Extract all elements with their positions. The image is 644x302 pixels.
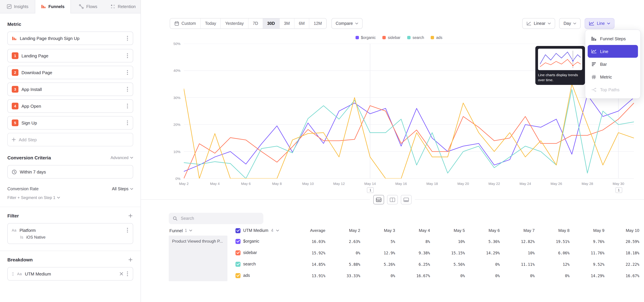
series-checkbox[interactable] [236, 250, 240, 255]
table-header-row: Funnel 1 UTM Medium 4 AverageMay 2May 3M… [169, 226, 641, 236]
column-header-may-7[interactable]: May 7 [500, 228, 535, 233]
menu-item-line[interactable]: Line [588, 45, 638, 58]
tab-funnels[interactable]: Funnels [35, 0, 71, 13]
menu-item-metric[interactable]: Metric [588, 70, 638, 83]
series-checkbox[interactable] [236, 273, 240, 278]
table-only-view[interactable] [401, 195, 412, 204]
legend-item-organic[interactable]: $organic [356, 36, 376, 40]
legend-item-ads[interactable]: ads [431, 36, 442, 40]
series-label: ads [243, 273, 250, 278]
chart-and-table-view[interactable] [373, 195, 384, 204]
chart-type-button[interactable]: Line [585, 18, 614, 29]
linear-scale-button[interactable]: Linear [522, 18, 555, 29]
kebab-menu-icon[interactable] [126, 36, 129, 41]
date-range-control: CustomTodayYesterday7D30D3M6M12M [170, 18, 326, 29]
kebab-menu-icon[interactable] [126, 228, 129, 233]
column-header-may-8[interactable]: May 8 [535, 228, 570, 233]
column-header-may-3[interactable]: May 3 [360, 228, 395, 233]
series-checkbox[interactable] [236, 239, 240, 244]
step-number-badge: 3 [12, 86, 18, 92]
column-header-may-6[interactable]: May 6 [465, 228, 500, 233]
remove-breakdown-icon[interactable] [120, 272, 123, 276]
breakdown-card[interactable]: Aa UTM Medium [8, 267, 133, 280]
funnel-card[interactable]: Landing Page through Sign Up [8, 32, 133, 45]
menu-item-bar[interactable]: Bar [588, 58, 638, 70]
series-label: sidebar [243, 250, 257, 255]
kebab-menu-icon[interactable] [126, 70, 129, 75]
filter-segment-toggle[interactable]: Filter + Segment on Step 1 [8, 195, 133, 200]
legend-item-sidebar[interactable]: sidebar [382, 36, 400, 40]
annotation-badge[interactable]: 1 [615, 187, 622, 193]
date-range-30d[interactable]: 30D [263, 18, 280, 28]
funnel-header-label: Funnel [170, 228, 183, 233]
date-range-6m[interactable]: 6M [294, 18, 310, 28]
advanced-dropdown[interactable]: Advanced [110, 155, 133, 160]
cell-value: 5.36% [488, 240, 500, 244]
add-breakdown-button[interactable] [128, 257, 133, 262]
table-row-search: search14.85%5.88%5.26%6.25%5.56%0%11.11%… [169, 258, 641, 270]
search-bar[interactable] [169, 213, 263, 224]
filter-field-label: Platform [20, 228, 36, 233]
legend-label: $organic [361, 36, 376, 40]
cell-value: 11.76% [591, 251, 604, 255]
x-axis-label: May 12 [329, 182, 349, 186]
tab-flows[interactable]: Flows [70, 0, 106, 13]
conversion-window-card[interactable]: Within 7 days [8, 165, 133, 178]
funnel-header-cell[interactable]: Funnel 1 [169, 228, 230, 233]
chevron-down-icon [355, 22, 358, 24]
kebab-menu-icon[interactable] [126, 271, 129, 276]
date-range-12m[interactable]: 12M [310, 18, 326, 28]
add-filter-button[interactable] [128, 213, 133, 218]
filter-card[interactable]: Aa Platform Is iOS Native [8, 223, 133, 244]
column-header-may-9[interactable]: May 9 [570, 228, 604, 233]
search-input[interactable] [180, 216, 259, 221]
property-type-label: Aa [12, 228, 16, 232]
tab-label: Funnels [48, 4, 64, 9]
funnel-name: Landing Page through Sign Up [20, 36, 80, 41]
funnel-step-2[interactable]: 2Download Page [8, 66, 133, 79]
drag-handle-icon[interactable] [12, 272, 14, 276]
date-range-3m[interactable]: 3M [280, 18, 294, 28]
y-axis-label: 20% [174, 122, 180, 126]
side-by-side-view[interactable] [387, 195, 398, 204]
menu-item-funnel-steps[interactable]: Funnel Steps [588, 32, 638, 45]
legend-item-search[interactable]: search [407, 36, 424, 40]
date-range-yesterday[interactable]: Yesterday [221, 18, 248, 28]
interval-day-button[interactable]: Day [559, 18, 580, 29]
tab-retention[interactable]: Retention [106, 0, 141, 13]
filter-operator[interactable]: Is [20, 235, 23, 240]
funnel-step-3[interactable]: 3App Install [8, 82, 133, 96]
tab-insights[interactable]: Insights [0, 0, 35, 13]
date-range-7d[interactable]: 7D [248, 18, 263, 28]
breakdown-header-cell[interactable]: UTM Medium 4 [230, 228, 284, 233]
column-header-may-4[interactable]: May 4 [395, 228, 430, 233]
x-axis-label: May 20 [453, 182, 473, 186]
cell-value: 0% [495, 274, 500, 278]
funnel-step-5[interactable]: 5Sign Up [8, 116, 133, 130]
conversion-rate-label: Conversion Rate [8, 186, 38, 191]
funnel-step-4[interactable]: 4App Open [8, 99, 133, 113]
series-checkbox[interactable] [236, 262, 240, 266]
layout-bottom-icon [404, 198, 409, 202]
column-header-average[interactable]: Average [284, 228, 325, 233]
date-range-custom[interactable]: Custom [170, 18, 200, 28]
funnel-step-1[interactable]: 1Landing Page [8, 49, 133, 62]
kebab-menu-icon[interactable] [126, 103, 129, 109]
date-range-today[interactable]: Today [200, 18, 221, 28]
all-steps-dropdown[interactable]: All Steps [112, 186, 133, 191]
menu-item-label: Bar [600, 62, 607, 66]
menu-item-label: Metric [600, 74, 612, 79]
add-step-button[interactable]: Add Step [8, 133, 133, 146]
column-header-may-5[interactable]: May 5 [430, 228, 465, 233]
select-all-checkbox[interactable] [236, 228, 240, 233]
kebab-menu-icon[interactable] [126, 120, 129, 126]
kebab-menu-icon[interactable] [126, 53, 129, 58]
column-header-may-2[interactable]: May 2 [325, 228, 360, 233]
column-header-may-10[interactable]: May 10 [604, 228, 639, 233]
linear-icon [527, 22, 532, 26]
filter-value[interactable]: iOS Native [26, 235, 46, 240]
compare-button[interactable]: Compare [331, 18, 362, 29]
app: InsightsFunnelsFlowsRetention Metric Lan… [0, 0, 644, 302]
kebab-menu-icon[interactable] [126, 86, 129, 92]
annotation-badge[interactable]: 1 [367, 187, 374, 193]
